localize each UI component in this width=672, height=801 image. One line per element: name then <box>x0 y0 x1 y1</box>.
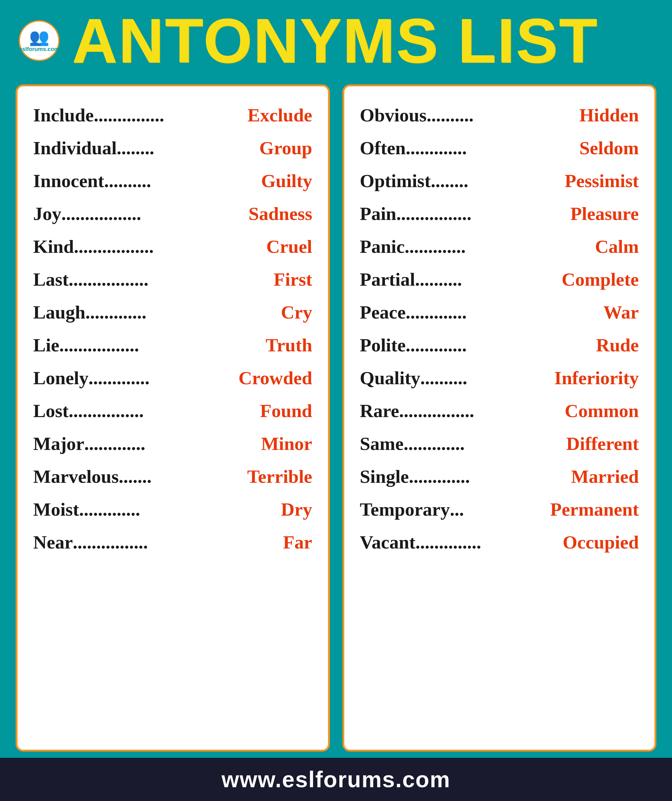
list-item: Lie.................Truth <box>33 329 313 362</box>
word: Same <box>360 433 404 455</box>
antonym: Complete <box>561 269 639 290</box>
list-item: Kind.................Cruel <box>33 230 313 263</box>
word: Single <box>360 466 409 487</box>
list-item: Optimist........Pessimist <box>360 164 639 198</box>
word: Laugh <box>33 302 85 323</box>
antonym: Dry <box>281 499 313 520</box>
word: Obvious <box>360 105 427 126</box>
antonym: Pessimist <box>565 170 639 192</box>
dots: ................ <box>396 203 570 225</box>
antonym: Cry <box>281 302 313 323</box>
word: Near <box>33 532 73 553</box>
list-item: Quality..........Inferiority <box>360 362 639 394</box>
dots: .......... <box>427 105 579 126</box>
antonym: Married <box>571 466 639 487</box>
dots: ........ <box>431 170 565 192</box>
word: Joy <box>33 203 61 225</box>
antonym: Rude <box>596 335 639 356</box>
list-item: Often.............Seldom <box>360 132 639 164</box>
list-item: Peace.............War <box>360 296 639 329</box>
antonym: First <box>274 269 312 290</box>
dots: ........ <box>117 137 259 159</box>
list-item: Marvelous.......Terrible <box>33 460 313 493</box>
antonym: War <box>603 302 639 323</box>
right-column: Obvious..........HiddenOften............… <box>342 84 657 751</box>
antonym: Far <box>283 532 312 553</box>
header: 👥 eslforums.com ANTONYMS LIST <box>0 0 672 78</box>
dots: ............. <box>409 466 571 487</box>
antonym: Different <box>566 433 639 455</box>
page-title: ANTONYMS LIST <box>72 10 598 72</box>
list-item: Single.............Married <box>360 460 639 493</box>
logo-text: eslforums.com <box>19 46 59 53</box>
word: Vacant <box>360 532 416 553</box>
antonym: Common <box>565 400 639 422</box>
dots: ............. <box>403 433 566 455</box>
word: Rare <box>360 400 400 422</box>
word: Marvelous <box>33 466 119 487</box>
antonym: Exclude <box>248 105 313 126</box>
word: Lost <box>33 400 69 422</box>
dots: ................. <box>59 335 266 356</box>
list-item: Major.............Minor <box>33 428 313 460</box>
antonym: Inferiority <box>554 367 639 389</box>
list-item: Same.............Different <box>360 428 639 460</box>
list-item: Pain................Pleasure <box>360 198 639 230</box>
list-item: Laugh.............Cry <box>33 296 313 329</box>
list-item: Rare................Common <box>360 394 639 428</box>
word: Pain <box>360 203 396 225</box>
dots: .............. <box>415 532 562 553</box>
word: Peace <box>360 302 406 323</box>
list-item: Individual........Group <box>33 132 313 164</box>
antonym: Occupied <box>563 532 639 553</box>
word: Lonely <box>33 367 89 389</box>
word: Major <box>33 433 84 455</box>
dots: ....... <box>119 466 247 487</box>
word: Polite <box>360 335 406 356</box>
dots: ............. <box>406 335 596 356</box>
list-item: Near................Far <box>33 526 313 559</box>
list-item: Obvious..........Hidden <box>360 99 639 132</box>
list-item: Polite.............Rude <box>360 329 639 362</box>
dots: ................. <box>61 203 248 225</box>
antonym: Crowded <box>239 367 313 389</box>
antonym: Pleasure <box>570 203 639 225</box>
word: Lie <box>33 335 59 356</box>
antonym: Sadness <box>248 203 312 225</box>
word: Quality <box>360 367 421 389</box>
word: Kind <box>33 236 74 257</box>
antonym: Hidden <box>579 105 639 126</box>
dots: .......... <box>104 170 261 192</box>
word: Innocent <box>33 170 104 192</box>
footer: www.eslforums.com <box>0 758 672 801</box>
dots: ... <box>450 499 550 520</box>
list-item: Vacant..............Occupied <box>360 526 639 559</box>
list-item: Last.................First <box>33 263 313 296</box>
word: Last <box>33 269 69 290</box>
list-item: Panic.............Calm <box>360 230 639 263</box>
antonym: Seldom <box>579 137 639 159</box>
footer-text: www.eslforums.com <box>222 767 451 792</box>
left-column: Include...............ExcludeIndividual.… <box>16 84 330 751</box>
antonym: Minor <box>261 433 312 455</box>
antonym: Group <box>259 137 313 159</box>
antonym: Calm <box>595 236 639 257</box>
logo-icon: 👥 <box>29 29 50 45</box>
dots: ................. <box>74 236 266 257</box>
dots: ................ <box>73 532 283 553</box>
word: Individual <box>33 137 117 159</box>
word: Often <box>360 137 406 159</box>
dots: ............. <box>406 302 603 323</box>
logo: 👥 eslforums.com <box>19 20 60 61</box>
word: Moist <box>33 499 79 520</box>
word: Optimist <box>360 170 431 192</box>
dots: ................ <box>69 400 260 422</box>
dots: ............. <box>89 367 239 389</box>
antonym: Permanent <box>550 499 639 520</box>
dots: ............. <box>79 499 281 520</box>
antonym: Terrible <box>247 466 313 487</box>
word: Temporary <box>360 499 450 520</box>
dots: ............... <box>93 105 247 126</box>
list-item: Temporary...Permanent <box>360 493 639 526</box>
dots: ............. <box>406 137 579 159</box>
